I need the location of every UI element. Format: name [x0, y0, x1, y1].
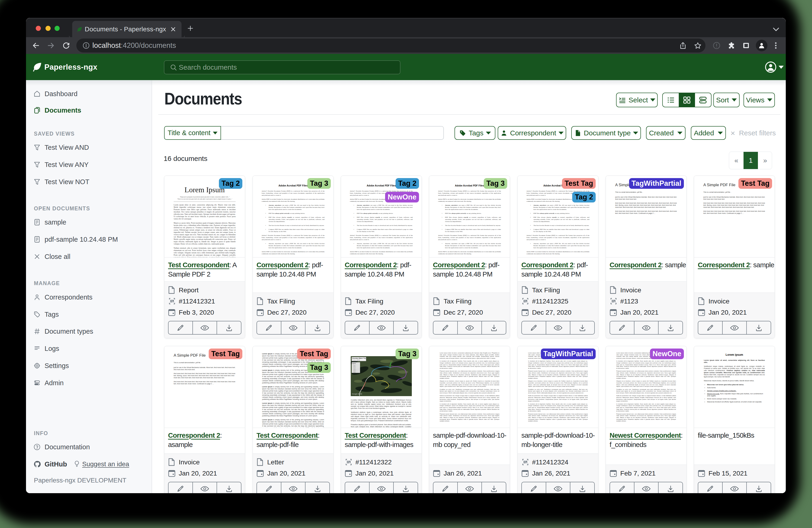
- svg-text:Day 6: Day 6: [353, 371, 356, 373]
- svg-text:Six days in BWCA: Six days in BWCA: [352, 359, 360, 361]
- svg-text:Legend: Legend: [352, 363, 356, 364]
- svg-text:Google Earth: Google Earth: [352, 393, 362, 395]
- svg-text:Day 3: Day 3: [353, 367, 356, 369]
- svg-text:Boundary Waters Trip: Boundary Waters Trip: [352, 358, 366, 359]
- svg-text:Day 5: Day 5: [353, 370, 356, 371]
- svg-text:Day 2: Day 2: [353, 366, 356, 367]
- svg-text:Day 1: Day 1: [353, 365, 356, 366]
- svg-text:Day 4: Day 4: [353, 369, 356, 370]
